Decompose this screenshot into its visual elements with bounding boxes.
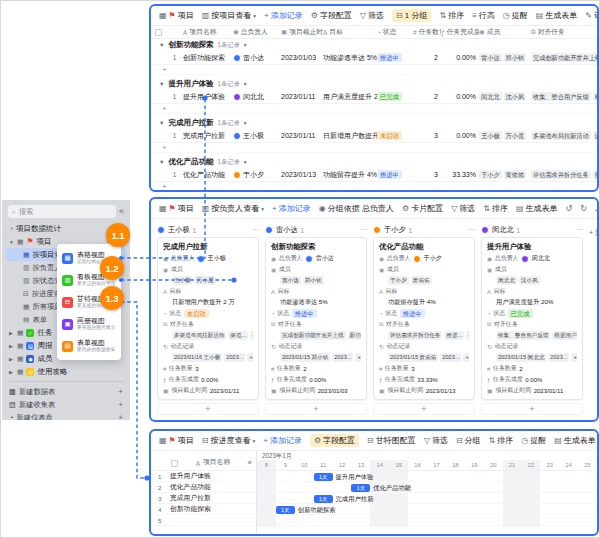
- gantt-bar[interactable]: 1天: [314, 495, 333, 503]
- add-card-button[interactable]: +: [373, 403, 475, 415]
- toolbar-row-height-button[interactable]: ≡行高: [472, 10, 495, 21]
- group-header-row[interactable]: ▼创新功能探索1条记录▾: [151, 39, 597, 51]
- toolbar-sort-button[interactable]: ⇅排序: [489, 435, 514, 446]
- toolbar-field-config-button[interactable]: ⚙字段配置: [311, 10, 352, 21]
- toolbar-add-record-button[interactable]: +添加记录: [263, 435, 302, 446]
- column-header[interactable]: ƒ任务完成度: [441, 27, 479, 37]
- row-number-cell: 1: [169, 54, 183, 61]
- plus-icon[interactable]: +: [118, 413, 123, 420]
- value-chip: 2023/01/15 黄佑佑: [388, 353, 438, 362]
- toolbar-view-switcher-button[interactable]: ▥按项目查看▾: [202, 10, 256, 21]
- gantt-row-name[interactable]: 5: [151, 515, 256, 526]
- kanban-card[interactable]: 优化产品功能◉总负责人于小夕◉成员于小夕黄佑佑A目标功能留存提升 4%◔状态推进…: [373, 237, 475, 400]
- column-header[interactable]: ⧉对齐任务: [531, 27, 597, 37]
- field-label: 任务数量: [493, 364, 517, 373]
- gantt-row-name[interactable]: 2优化产品功能: [151, 482, 256, 493]
- add-record-row[interactable]: +: [151, 143, 597, 153]
- more-icon[interactable]: ⋯: [252, 226, 259, 234]
- toolbar-view-switcher-button[interactable]: ▥按负责人查看▾: [202, 203, 264, 214]
- field-label: 目标: [170, 287, 182, 296]
- toolbar-comment-button[interactable]: ✎评论: [585, 10, 597, 21]
- column-header[interactable]: ◉总负责人: [233, 27, 281, 37]
- collapse-panel-icon[interactable]: «: [248, 458, 252, 467]
- sidebar-create-item[interactable]: ◔新建仪表盘+: [2, 411, 130, 420]
- toolbar-project-table-button[interactable]: ▦⚑项目: [159, 203, 194, 214]
- kanban-column-header[interactable]: 闵北北1⋯: [481, 223, 583, 237]
- collapse-sidebar-icon[interactable]: «: [119, 207, 124, 216]
- toolbar-filter-button[interactable]: ▽筛选: [424, 435, 448, 446]
- gantt-row-name[interactable]: 1提升用户体验: [151, 471, 256, 482]
- sidebar-create-item[interactable]: ▦新建数据表+: [2, 385, 130, 398]
- gantt-row-name[interactable]: 4创新功能探索: [151, 504, 256, 515]
- column-header[interactable]: ◔状态: [377, 27, 413, 37]
- table-row[interactable]: 1提升用户体验闵北北2023/01/11用户满意度提升 20%已完成20.00%…: [151, 90, 597, 104]
- table-row[interactable]: 1完成用户拉新王小极2023/01/11日新增用户数提升 2 万未启动30.00…: [151, 129, 597, 143]
- toolbar-generate-form-button[interactable]: ▤生成表单: [516, 203, 558, 214]
- toolbar-group-button[interactable]: ⊟1 分组: [392, 9, 431, 22]
- popup-item-5[interactable]: ▤表单视图更高效的数据收集: [57, 335, 121, 357]
- gantt-bar[interactable]: 1天: [351, 484, 370, 492]
- card-title: 完成用户拉新: [163, 242, 253, 252]
- group-header-row[interactable]: ▼完成用户拉新1条记录▾: [151, 117, 597, 129]
- toolbar-field-config-button[interactable]: ⚙字段配置: [310, 434, 359, 447]
- gantt-bar[interactable]: 1天: [314, 473, 333, 481]
- kanban-card[interactable]: 提升用户体验◉总负责人闵北北◉成员闵北北沈小夙A目标用户满意度提升 20%◔状态…: [481, 237, 583, 400]
- toolbar-card-config-button[interactable]: ⚙卡片配置: [402, 203, 443, 214]
- toolbar-redo-button[interactable]: ↻: [580, 205, 587, 213]
- value-chip: 推进...: [444, 331, 464, 340]
- table-row[interactable]: 1创新功能探索雷小达2023/01/03功能渗透率达 5%推进中20.00%雷小…: [151, 51, 597, 65]
- toolbar-generate-form-button[interactable]: ▤生成表单: [554, 435, 596, 446]
- search-input[interactable]: ⌕ 搜索: [8, 205, 116, 218]
- toolbar-add-record-button[interactable]: +添加记录: [272, 203, 311, 214]
- add-card-button[interactable]: +: [481, 403, 583, 415]
- toolbar-expand-button[interactable]: ⤢: [595, 205, 597, 213]
- popup-item-4[interactable]: ▣画册视图更美观的图片展示: [57, 313, 121, 335]
- toolbar-generate-form-button[interactable]: ▤生成表单: [536, 10, 578, 21]
- toolbar-project-table-button[interactable]: ▦⚑项目: [159, 10, 194, 21]
- toolbar-group-by-button[interactable]: ◉分组依据 总负责人: [319, 203, 394, 214]
- aligned-task-chip: 收集、整合用户反馈: [531, 92, 591, 101]
- column-header[interactable]: A目标: [323, 27, 377, 37]
- add-card-button[interactable]: +: [157, 403, 259, 415]
- toolbar-group-button[interactable]: ⊟分组: [456, 435, 481, 446]
- column-header[interactable]: #任务数量: [413, 27, 441, 37]
- toolbar-sort-button[interactable]: ⇅排序: [439, 10, 464, 21]
- toolbar-gantt-config-button[interactable]: ⊟甘特图配置: [367, 435, 416, 446]
- toolbar-sort-button[interactable]: ⇅排序: [483, 203, 508, 214]
- column-header[interactable]: ◉成员: [479, 27, 531, 37]
- kanban-column-header[interactable]: 于小夕1⋯: [373, 223, 475, 237]
- toolbar-remind-button[interactable]: ◷提醒: [521, 435, 546, 446]
- toolbar-project-table-button[interactable]: ▦⚑项目: [159, 435, 194, 446]
- column-header[interactable]: A项目名称: [183, 27, 233, 37]
- add-record-row[interactable]: +: [151, 104, 597, 114]
- kanban-card[interactable]: 创新功能探索◉总负责人雷小达◉成员雷小达郑小钦A目标功能渗透率达 5%◔状态推进…: [265, 237, 367, 400]
- table-row[interactable]: 1优化产品功能于小夕2023/01/13功能留存提升 4%推进中333.33%于…: [151, 168, 597, 182]
- add-record-row[interactable]: +: [151, 65, 597, 75]
- plus-icon[interactable]: +: [118, 400, 123, 409]
- new-group-button[interactable]: + 新建分组: [589, 223, 597, 415]
- gantt-bar[interactable]: 1天: [276, 506, 295, 514]
- gantt-row-name[interactable]: 3完成用户拉新: [151, 493, 256, 504]
- more-icon[interactable]: ⋯: [360, 226, 367, 234]
- toolbar-add-record-button[interactable]: +添加记录: [264, 10, 303, 21]
- toolbar-filter-button[interactable]: ▽筛选: [360, 10, 384, 21]
- group-header-row[interactable]: ▼提升用户体验1条记录▾: [151, 78, 597, 90]
- add-card-button[interactable]: +: [265, 403, 367, 415]
- toolbar-undo-button[interactable]: ↺: [566, 205, 573, 213]
- toolbar-remind-button[interactable]: ◷提醒: [503, 10, 528, 21]
- sidebar-create-item[interactable]: ▤新建收集表+: [2, 398, 130, 411]
- kanban-card[interactable]: 完成用户拉新◉总负责人王小极◉成员王小极万小度A目标日新增用户数提升 2 万◔状…: [157, 237, 259, 400]
- sidebar-table-item[interactable]: ▶▦◎使用攻略: [2, 365, 130, 378]
- more-icon[interactable]: ⋯: [576, 226, 583, 234]
- kanban-column-header[interactable]: 雷小达1⋯: [265, 223, 367, 237]
- add-record-row[interactable]: +: [151, 182, 597, 192]
- group-header-row[interactable]: ▼优化产品功能1条记录▾: [151, 156, 597, 168]
- toolbar-filter-button[interactable]: ▽筛选: [451, 203, 475, 214]
- more-icon[interactable]: ⋯: [468, 226, 475, 234]
- kanban-column-header[interactable]: 王小极1⋯: [157, 223, 259, 237]
- column-header[interactable]: ▣项目截止时间: [281, 27, 323, 37]
- select-all-checkbox[interactable]: [155, 29, 162, 36]
- plus-icon[interactable]: +: [118, 387, 123, 396]
- toolbar-view-switcher-button[interactable]: ⊟按进度查看▾: [202, 435, 255, 446]
- select-all-checkbox[interactable]: [171, 460, 178, 467]
